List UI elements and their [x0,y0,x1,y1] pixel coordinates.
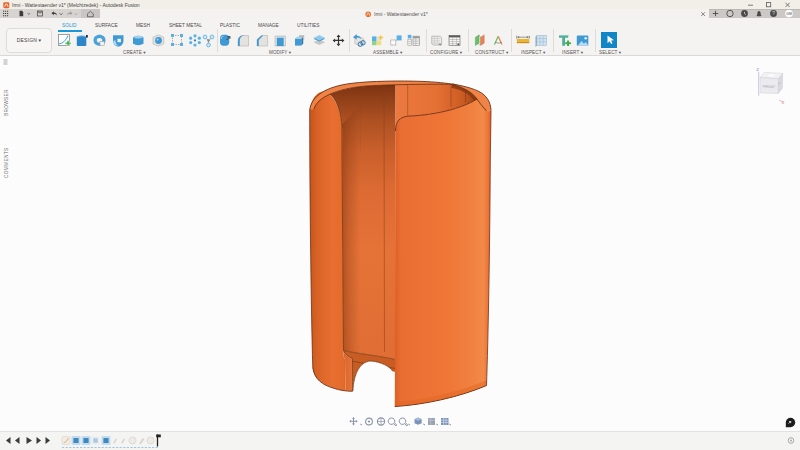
svg-text:COMMENTS: COMMENTS [4,148,9,178]
svg-text:BROWSER: BROWSER [4,89,9,116]
svg-text:X: X [782,100,785,105]
svg-text:GM: GM [786,12,792,16]
svg-text:Z: Z [756,67,759,72]
svg-text:FRONT: FRONT [762,85,776,90]
svg-text:?: ? [772,11,775,16]
